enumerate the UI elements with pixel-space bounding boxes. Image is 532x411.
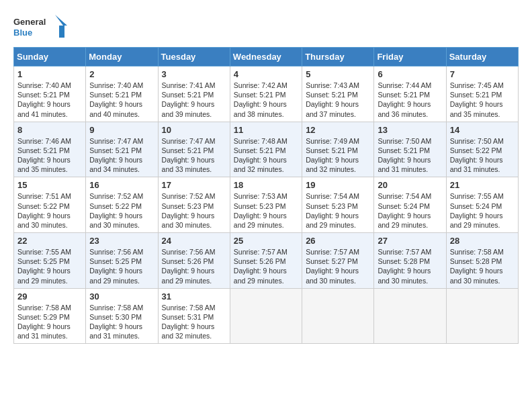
daylight: Daylight: 9 hours and 34 minutes. bbox=[89, 155, 154, 174]
daylight: Daylight: 9 hours and 38 minutes. bbox=[234, 99, 298, 118]
day-cell: 10 Sunrise: 7:47 AM Sunset: 5:21 PM Dayl… bbox=[158, 122, 230, 177]
day-cell: 12 Sunrise: 7:49 AM Sunset: 5:21 PM Dayl… bbox=[302, 122, 374, 177]
daylight: Daylight: 9 hours and 29 minutes. bbox=[378, 211, 442, 230]
sunset: Sunset: 5:25 PM bbox=[89, 257, 154, 266]
sunrise: Sunrise: 7:57 AM bbox=[306, 247, 370, 257]
daylight: Daylight: 9 hours and 29 minutes. bbox=[162, 266, 226, 285]
col-header-sunday: Sunday bbox=[14, 48, 86, 66]
sunset: Sunset: 5:31 PM bbox=[162, 312, 226, 322]
day-number: 17 bbox=[162, 180, 226, 190]
day-number: 6 bbox=[378, 69, 442, 79]
daylight: Daylight: 9 hours and 32 minutes. bbox=[306, 155, 370, 174]
sunrise: Sunrise: 7:40 AM bbox=[89, 81, 154, 90]
sunset: Sunset: 5:21 PM bbox=[234, 90, 298, 99]
day-cell: 15 Sunrise: 7:51 AM Sunset: 5:22 PM Dayl… bbox=[14, 177, 86, 233]
sunset: Sunset: 5:21 PM bbox=[162, 90, 226, 99]
daylight: Daylight: 9 hours and 32 minutes. bbox=[162, 322, 226, 340]
day-cell: 11 Sunrise: 7:48 AM Sunset: 5:21 PM Dayl… bbox=[230, 122, 302, 177]
day-number: 25 bbox=[234, 236, 298, 246]
day-cell: 19 Sunrise: 7:54 AM Sunset: 5:23 PM Dayl… bbox=[302, 177, 374, 233]
sunrise: Sunrise: 7:55 AM bbox=[450, 191, 515, 201]
col-header-tuesday: Tuesday bbox=[158, 48, 230, 66]
day-number: 14 bbox=[450, 125, 515, 135]
day-number: 27 bbox=[378, 236, 442, 246]
day-cell: 13 Sunrise: 7:50 AM Sunset: 5:21 PM Dayl… bbox=[374, 122, 446, 177]
day-cell: 1 Sunrise: 7:40 AM Sunset: 5:21 PM Dayli… bbox=[14, 66, 86, 122]
sunrise: Sunrise: 7:56 AM bbox=[162, 247, 226, 257]
daylight: Daylight: 9 hours and 30 minutes. bbox=[306, 266, 370, 285]
sunrise: Sunrise: 7:43 AM bbox=[306, 81, 370, 90]
sunrise: Sunrise: 7:47 AM bbox=[89, 136, 154, 146]
sunset: Sunset: 5:26 PM bbox=[234, 257, 298, 266]
daylight: Daylight: 9 hours and 33 minutes. bbox=[162, 155, 226, 174]
daylight: Daylight: 9 hours and 31 minutes. bbox=[378, 155, 442, 174]
daylight: Daylight: 9 hours and 29 minutes. bbox=[89, 266, 154, 285]
sunrise: Sunrise: 7:50 AM bbox=[450, 136, 515, 146]
sunset: Sunset: 5:28 PM bbox=[378, 257, 442, 266]
day-cell: 14 Sunrise: 7:50 AM Sunset: 5:22 PM Dayl… bbox=[446, 122, 518, 177]
col-header-saturday: Saturday bbox=[446, 48, 518, 66]
sunrise: Sunrise: 7:41 AM bbox=[162, 81, 226, 90]
sunrise: Sunrise: 7:58 AM bbox=[17, 303, 82, 312]
day-number: 30 bbox=[89, 291, 154, 302]
sunset: Sunset: 5:22 PM bbox=[89, 201, 154, 211]
sunset: Sunset: 5:21 PM bbox=[162, 146, 226, 155]
sunset: Sunset: 5:21 PM bbox=[234, 146, 298, 155]
day-cell: 22 Sunrise: 7:55 AM Sunset: 5:25 PM Dayl… bbox=[14, 233, 86, 289]
day-number: 18 bbox=[234, 180, 298, 190]
day-number: 29 bbox=[17, 291, 82, 302]
sunrise: Sunrise: 7:42 AM bbox=[234, 81, 298, 90]
daylight: Daylight: 9 hours and 29 minutes. bbox=[234, 266, 298, 285]
col-header-thursday: Thursday bbox=[302, 48, 374, 66]
sunset: Sunset: 5:26 PM bbox=[162, 257, 226, 266]
day-number: 26 bbox=[306, 236, 370, 246]
sunrise: Sunrise: 7:46 AM bbox=[17, 136, 82, 146]
daylight: Daylight: 9 hours and 29 minutes. bbox=[306, 211, 370, 230]
day-cell: 31 Sunrise: 7:58 AM Sunset: 5:31 PM Dayl… bbox=[158, 288, 230, 344]
daylight: Daylight: 9 hours and 36 minutes. bbox=[378, 99, 442, 118]
day-cell: 27 Sunrise: 7:57 AM Sunset: 5:28 PM Dayl… bbox=[374, 233, 446, 289]
day-cell: 18 Sunrise: 7:53 AM Sunset: 5:23 PM Dayl… bbox=[230, 177, 302, 233]
day-cell: 28 Sunrise: 7:58 AM Sunset: 5:28 PM Dayl… bbox=[446, 233, 518, 289]
sunset: Sunset: 5:25 PM bbox=[17, 257, 82, 266]
daylight: Daylight: 9 hours and 37 minutes. bbox=[306, 99, 370, 118]
sunrise: Sunrise: 7:52 AM bbox=[162, 191, 226, 201]
sunset: Sunset: 5:23 PM bbox=[306, 201, 370, 211]
daylight: Daylight: 9 hours and 30 minutes. bbox=[89, 211, 154, 230]
daylight: Daylight: 9 hours and 41 minutes. bbox=[17, 99, 82, 118]
sunset: Sunset: 5:23 PM bbox=[162, 201, 226, 211]
sunrise: Sunrise: 7:54 AM bbox=[378, 191, 442, 201]
day-cell: 26 Sunrise: 7:57 AM Sunset: 5:27 PM Dayl… bbox=[302, 233, 374, 289]
day-cell: 30 Sunrise: 7:58 AM Sunset: 5:30 PM Dayl… bbox=[86, 288, 158, 344]
day-number: 28 bbox=[450, 236, 515, 246]
day-number: 9 bbox=[89, 125, 154, 135]
sunset: Sunset: 5:27 PM bbox=[306, 257, 370, 266]
day-cell: 17 Sunrise: 7:52 AM Sunset: 5:23 PM Dayl… bbox=[158, 177, 230, 233]
day-number: 1 bbox=[17, 69, 82, 79]
sunset: Sunset: 5:21 PM bbox=[378, 146, 442, 155]
day-number: 24 bbox=[162, 236, 226, 246]
sunset: Sunset: 5:22 PM bbox=[17, 201, 82, 211]
sunset: Sunset: 5:29 PM bbox=[17, 312, 82, 322]
daylight: Daylight: 9 hours and 29 minutes. bbox=[17, 266, 82, 285]
sunset: Sunset: 5:21 PM bbox=[89, 90, 154, 99]
day-number: 23 bbox=[89, 236, 154, 246]
day-cell: 5 Sunrise: 7:43 AM Sunset: 5:21 PM Dayli… bbox=[302, 66, 374, 122]
daylight: Daylight: 9 hours and 30 minutes. bbox=[450, 266, 515, 285]
day-cell: 20 Sunrise: 7:54 AM Sunset: 5:24 PM Dayl… bbox=[374, 177, 446, 233]
sunrise: Sunrise: 7:45 AM bbox=[450, 81, 515, 90]
day-cell bbox=[446, 288, 518, 344]
sunrise: Sunrise: 7:53 AM bbox=[234, 191, 298, 201]
day-cell: 29 Sunrise: 7:58 AM Sunset: 5:29 PM Dayl… bbox=[14, 288, 86, 344]
sunset: Sunset: 5:23 PM bbox=[234, 201, 298, 211]
daylight: Daylight: 9 hours and 31 minutes. bbox=[450, 155, 515, 174]
day-cell: 24 Sunrise: 7:56 AM Sunset: 5:26 PM Dayl… bbox=[158, 233, 230, 289]
day-cell: 4 Sunrise: 7:42 AM Sunset: 5:21 PM Dayli… bbox=[230, 66, 302, 122]
sunrise: Sunrise: 7:57 AM bbox=[378, 247, 442, 257]
logo: General Blue bbox=[13, 13, 67, 40]
sunrise: Sunrise: 7:54 AM bbox=[306, 191, 370, 201]
week-row-4: 22 Sunrise: 7:55 AM Sunset: 5:25 PM Dayl… bbox=[14, 233, 519, 289]
day-number: 13 bbox=[378, 125, 442, 135]
svg-text:Blue: Blue bbox=[13, 28, 32, 38]
week-row-2: 8 Sunrise: 7:46 AM Sunset: 5:21 PM Dayli… bbox=[14, 122, 519, 177]
